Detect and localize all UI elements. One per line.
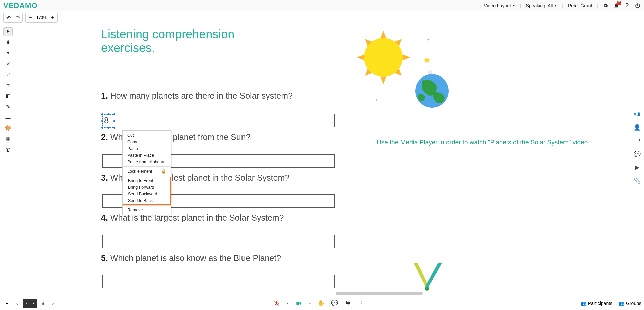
gear-icon[interactable]	[603, 3, 609, 9]
chat-icon[interactable]: 💬	[331, 300, 338, 307]
attachment-icon[interactable]: 📎	[633, 177, 641, 184]
ctx-paste-clipboard[interactable]: Paste from clipboard	[123, 159, 171, 165]
video-layout-dropdown[interactable]: Video Layout ▼	[484, 3, 515, 8]
camera-icon[interactable]	[295, 300, 302, 307]
ctx-bring-forward[interactable]: Bring Forward	[123, 184, 170, 191]
grid-tool[interactable]: ▦	[3, 134, 13, 143]
caret-down-icon: ▼	[554, 4, 557, 7]
more-icon[interactable]: ⋮	[357, 300, 365, 307]
participants-button[interactable]: 👥 Participants	[580, 301, 612, 306]
collapse-tool[interactable]: ⤫	[3, 59, 13, 68]
undo-button[interactable]: ↶	[4, 13, 13, 22]
caret-down-icon: ▼	[512, 4, 515, 7]
selected-text-object[interactable]: 8	[102, 114, 114, 128]
redo-button[interactable]: ↷	[13, 13, 22, 22]
separator: |	[597, 3, 598, 8]
ctx-lock[interactable]: Lock element 🔒	[123, 168, 171, 175]
people-icon: 👥	[580, 301, 586, 306]
speaking-dropdown[interactable]: Speaking: All ▼	[526, 3, 557, 8]
answer-box-5[interactable]	[102, 275, 335, 288]
ctx-send-back[interactable]: Send to Back	[123, 197, 170, 204]
media-hint: Use the Media Player in order to watch "…	[377, 138, 604, 147]
ctx-cut[interactable]: Cut	[123, 132, 171, 139]
play-icon[interactable]: ▶	[633, 164, 641, 171]
whiteboard-canvas[interactable]: Listening comprehension exercises. 1. Ho…	[16, 24, 631, 292]
power-icon[interactable]	[635, 3, 641, 9]
groups-button[interactable]: 👥 Groups	[618, 301, 641, 306]
notification-badge: 7	[617, 1, 621, 5]
app-header: VEDAMO Video Layout ▼ | Speaking: All ▼ …	[0, 0, 644, 11]
current-page-indicator[interactable]: 7 ▲	[23, 299, 37, 308]
video-layout-label: Video Layout	[484, 3, 511, 8]
presence-icon[interactable]: ●👤	[633, 110, 641, 118]
eraser-tool[interactable]: ◧	[3, 92, 13, 100]
expand-tool[interactable]: ⤢	[3, 70, 13, 79]
vedamo-v-logo	[410, 258, 447, 292]
bell-icon[interactable]: 7	[613, 3, 619, 9]
screen-share-icon[interactable]: 🖵	[633, 137, 641, 144]
groups-icon: 👥	[618, 301, 624, 306]
ctx-bring-front[interactable]: Bring to Front	[123, 177, 170, 184]
context-menu: Cut Copy Paste Paste in Place Paste from…	[122, 130, 171, 215]
select-tool[interactable]	[3, 27, 13, 36]
answer-box-4[interactable]	[102, 235, 335, 248]
horizontal-scrollbar[interactable]	[16, 292, 631, 295]
next-page-number[interactable]: 8	[39, 299, 47, 308]
add-user-icon[interactable]: 👤	[633, 124, 641, 131]
line-tool[interactable]: ▬	[3, 113, 13, 122]
scrollbar-thumb[interactable]	[336, 292, 423, 295]
zoom-out-button[interactable]: −	[26, 13, 35, 22]
logo: VEDAMO	[3, 1, 38, 10]
ctx-z-order-group-highlight: Bring to Front Bring Forward Send Backwa…	[123, 177, 171, 205]
zoom-percentage: 170%	[35, 15, 48, 20]
ctx-paste-in-place[interactable]: Paste in Place	[123, 152, 171, 159]
help-icon[interactable]: ?	[624, 3, 630, 9]
svg-point-4	[428, 70, 432, 74]
ctx-send-backward[interactable]: Send Backward	[123, 191, 170, 197]
svg-text:✦: ✦	[375, 98, 378, 102]
question-number: 3.	[101, 173, 108, 182]
mic-muted-icon[interactable]	[273, 300, 280, 307]
svg-point-1	[364, 38, 403, 77]
text-tool[interactable]: T	[3, 81, 13, 90]
next-page-button[interactable]: ›	[49, 299, 57, 308]
share-icon[interactable]: ⇆	[344, 300, 351, 307]
laser-tool[interactable]: ✦	[3, 49, 13, 57]
caret-up-icon: ▲	[32, 301, 35, 305]
caret-up-icon[interactable]: ▲	[286, 302, 289, 305]
add-page-button[interactable]: +	[3, 299, 11, 308]
caret-up-icon[interactable]: ▲	[308, 302, 311, 305]
left-toolbar: ✦ ⤫ ⤢ T ◧ ✎ ▬ 🎨 ▦ 🗑	[3, 27, 13, 154]
ctx-paste[interactable]: Paste	[123, 145, 171, 152]
svg-marker-3	[424, 57, 430, 63]
groups-label: Groups	[626, 301, 641, 306]
header-right: Video Layout ▼ | Speaking: All ▼ | Peter…	[484, 3, 641, 9]
answer-box-1[interactable]	[102, 114, 335, 127]
question-number: 1.	[101, 91, 108, 100]
selected-text-value: 8	[104, 115, 109, 125]
page-title: Listening comprehension exercises.	[101, 27, 248, 55]
user-name[interactable]: Peter Grant	[568, 3, 592, 8]
svg-point-7	[425, 287, 429, 291]
hand-tool[interactable]	[3, 38, 13, 47]
question-1: 1. How many planets are there in the Sol…	[101, 91, 293, 101]
right-toolbar: ●👤 👤 🖵 💬 ▶ 📎	[632, 110, 642, 184]
color-tool[interactable]: 🎨	[3, 124, 13, 132]
zoom-in-button[interactable]: +	[48, 13, 57, 22]
ctx-separator	[123, 176, 171, 176]
ctx-copy[interactable]: Copy	[123, 139, 171, 145]
bottom-right-controls: 👥 Participants 👥 Groups	[580, 301, 641, 306]
ctx-separator	[123, 205, 171, 206]
ctx-remove[interactable]: Remove	[123, 207, 171, 213]
question-text: Which planet is also know as the Blue Pl…	[110, 253, 281, 263]
prev-page-button[interactable]: ‹	[13, 299, 21, 308]
chat-panel-icon[interactable]: 💬	[633, 150, 641, 158]
ctx-lock-label: Lock element	[127, 169, 152, 174]
question-number: 4.	[101, 213, 108, 222]
lock-icon: 🔒	[161, 169, 166, 174]
raise-hand-icon[interactable]: ✋	[317, 300, 325, 307]
pen-tool[interactable]: ✎	[3, 102, 13, 111]
question-number: 5.	[101, 253, 108, 263]
page-navigation: + ‹ 7 ▲ 8 ›	[3, 299, 57, 308]
trash-tool[interactable]: 🗑	[3, 145, 13, 154]
